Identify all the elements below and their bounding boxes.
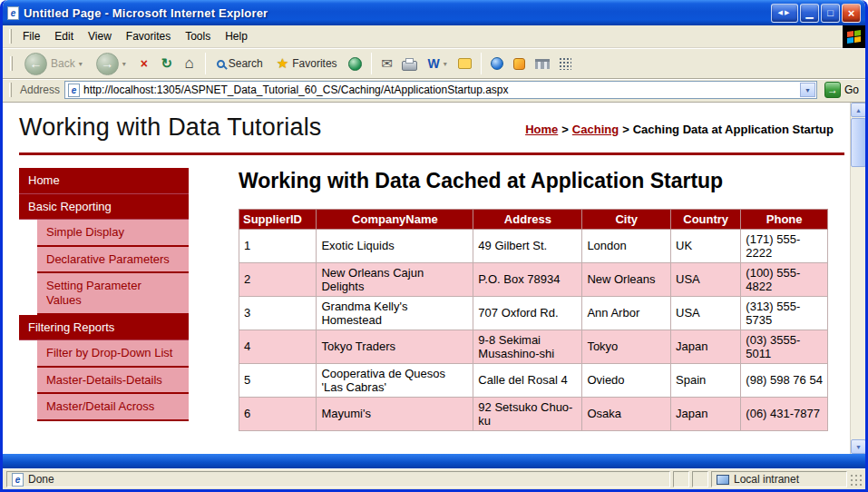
- table-cell: Cooperativa de Quesos 'Las Cabras': [317, 363, 473, 397]
- vertical-scrollbar[interactable]: ▲ ▼: [850, 103, 865, 454]
- scroll-up-button[interactable]: ▲: [851, 103, 865, 117]
- breadcrumb-item-home[interactable]: Home: [525, 123, 558, 136]
- menu-bar-items: FileEditViewFavoritesToolsHelp: [15, 26, 843, 46]
- home-button[interactable]: ⌂: [180, 53, 200, 74]
- table-cell: USA: [671, 262, 741, 296]
- resize-grip[interactable]: [850, 474, 863, 487]
- menu-item-edit[interactable]: Edit: [47, 26, 81, 46]
- back-button[interactable]: ← Back ▾: [19, 50, 88, 78]
- table-cell: Ann Arbor: [582, 296, 671, 330]
- web-page: Working with Data Tutorials Home>Caching…: [3, 103, 850, 454]
- breadcrumb-separator: >: [561, 123, 569, 136]
- table-cell: Japan: [671, 397, 741, 430]
- table-cell: Exotic Liquids: [317, 229, 473, 262]
- address-url[interactable]: http://localhost:1305/ASPNET_Data_Tutori…: [83, 84, 796, 96]
- menu-bar: FileEditViewFavoritesToolsHelp: [3, 25, 865, 48]
- stop-button[interactable]: ×: [134, 53, 154, 74]
- forward-dropdown-icon: ▾: [122, 60, 126, 68]
- table-cell: 92 Setsuko Chuo-ku: [473, 397, 582, 430]
- search-button[interactable]: Search: [211, 54, 268, 73]
- sidebar-item-master-details-details[interactable]: Master-Details-Details: [37, 368, 189, 395]
- windows-logo-icon: [843, 25, 865, 48]
- go-button[interactable]: → Go: [822, 82, 862, 98]
- go-label: Go: [844, 84, 859, 96]
- mail-icon: ✉: [381, 55, 393, 72]
- scrollbar-thumb[interactable]: [851, 118, 865, 167]
- sidebar-item-filter-by-drop-down-list[interactable]: Filter by Drop-Down List: [37, 340, 189, 368]
- favorites-button[interactable]: ★ Favorites: [271, 53, 343, 74]
- table-row: 4Tokyo Traders9-8 Sekimai Musashino-shiT…: [239, 330, 828, 363]
- table-cell: 5: [239, 363, 317, 397]
- page-body: HomeBasic ReportingSimple DisplayDeclara…: [19, 168, 844, 431]
- ie-document-icon: e: [7, 6, 19, 20]
- menu-item-help[interactable]: Help: [218, 26, 255, 46]
- refresh-button[interactable]: ↻: [157, 53, 177, 74]
- table-cell: (03) 3555-5011: [741, 330, 828, 363]
- table-cell: Osaka: [582, 397, 671, 430]
- media-icon: [348, 57, 362, 71]
- print-button[interactable]: [400, 53, 420, 74]
- search-label: Search: [229, 57, 263, 70]
- go-icon: →: [824, 82, 841, 98]
- table-cell: USA: [671, 296, 741, 330]
- table-cell: Tokyo: [582, 330, 671, 363]
- menu-item-favorites[interactable]: Favorites: [119, 26, 178, 46]
- menu-item-view[interactable]: View: [81, 26, 119, 46]
- suppliers-header-row: SupplierIDCompanyNameAddressCityCountryP…: [239, 209, 828, 229]
- window-title: Untitled Page - Microsoft Internet Explo…: [24, 6, 766, 20]
- menu-item-tools[interactable]: Tools: [178, 26, 218, 46]
- window-buttons: ◀▶ ▁ □ ×: [771, 4, 861, 23]
- home-icon: ⌂: [185, 54, 194, 73]
- toolbar-gripper[interactable]: [10, 56, 13, 71]
- window-frame-strip: [3, 454, 865, 468]
- table-row: 3Grandma Kelly's Homestead707 Oxford Rd.…: [239, 296, 828, 330]
- edit-with-word-button[interactable]: W ▾: [423, 54, 453, 74]
- sidebar-item-setting-parameter-values[interactable]: Setting Parameter Values: [37, 273, 189, 314]
- breadcrumb-separator: >: [622, 123, 629, 136]
- title-bar[interactable]: e Untitled Page - Microsoft Internet Exp…: [3, 0, 865, 25]
- address-dropdown-button[interactable]: ▼: [800, 83, 815, 97]
- minimize-button[interactable]: ▁: [800, 4, 819, 23]
- sidebar-item-filtering-reports[interactable]: Filtering Reports: [19, 315, 189, 341]
- stop-icon: ×: [141, 56, 148, 71]
- messenger-button[interactable]: [510, 53, 530, 74]
- media-button[interactable]: [346, 53, 366, 74]
- table-cell: UK: [671, 229, 741, 262]
- toolbar: ← Back ▾ → ▾ × ↻ ⌂ Search ★ Favorites ✉ …: [3, 48, 865, 79]
- column-header-companyname: CompanyName: [317, 209, 473, 229]
- close-button[interactable]: ×: [842, 4, 861, 23]
- sidebar-item-basic-reporting[interactable]: Basic Reporting: [19, 194, 189, 221]
- grid-button[interactable]: [555, 53, 575, 74]
- breadcrumb-item-caching[interactable]: Caching: [572, 123, 619, 136]
- address-input[interactable]: e http://localhost:1305/ASPNET_Data_Tuto…: [64, 81, 817, 99]
- sidebar-item-home[interactable]: Home: [19, 168, 189, 194]
- table-cell: Grandma Kelly's Homestead: [317, 296, 473, 330]
- scroll-down-button[interactable]: ▼: [851, 439, 865, 454]
- sidebar-menu: HomeBasic ReportingSimple DisplayDeclara…: [19, 168, 189, 431]
- address-bar-gripper[interactable]: [9, 83, 12, 97]
- table-cell: 2: [239, 262, 317, 296]
- column-header-country: Country: [671, 209, 741, 229]
- site-title: Working with Data Tutorials: [19, 113, 322, 142]
- table-row: 1Exotic Liquids49 Gilbert St.LondonUK(17…: [239, 229, 828, 262]
- forward-button[interactable]: → ▾: [91, 50, 132, 78]
- page-header: Working with Data Tutorials Home>Caching…: [19, 110, 844, 155]
- research-button[interactable]: [487, 53, 507, 74]
- back-dropdown-icon: ▾: [79, 60, 83, 68]
- bank-icon: [535, 59, 550, 69]
- titlebar-nav-arrows-button[interactable]: ◀▶: [771, 4, 798, 23]
- discuss-button[interactable]: [455, 53, 475, 74]
- table-cell: Oviedo: [582, 363, 671, 397]
- sidebar-item-declarative-parameters[interactable]: Declarative Parameters: [37, 247, 189, 274]
- menu-bar-gripper[interactable]: [9, 29, 12, 44]
- mail-button[interactable]: ✉: [377, 53, 397, 74]
- menu-item-file[interactable]: File: [15, 26, 47, 46]
- status-page-icon: e: [12, 473, 24, 487]
- maximize-button[interactable]: □: [821, 4, 840, 23]
- sidebar-item-simple-display[interactable]: Simple Display: [37, 220, 189, 247]
- sites-button[interactable]: [532, 53, 552, 74]
- messenger-icon: [513, 58, 525, 70]
- favorites-star-icon: ★: [277, 55, 288, 72]
- sidebar-item-master-detail-across[interactable]: Master/Detail Across: [37, 394, 189, 421]
- toolbar-separator: [371, 53, 372, 74]
